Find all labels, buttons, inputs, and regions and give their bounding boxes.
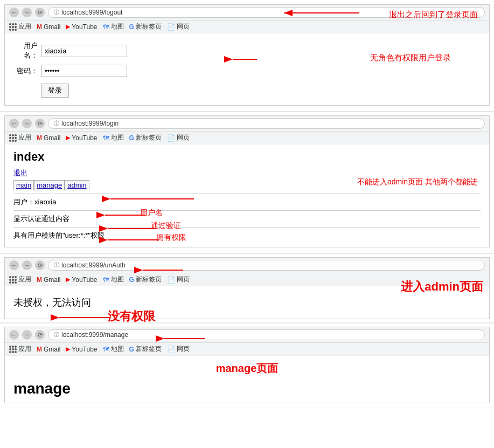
forward-button[interactable]: → (22, 8, 32, 17)
lock-icon-4: ⓘ (54, 331, 59, 339)
index-title: index (13, 150, 481, 164)
nav-manage-link[interactable]: manage (34, 180, 65, 190)
web-label-2: 网页 (177, 133, 190, 142)
google-label-3: 新标签页 (136, 275, 162, 284)
gmail-bookmark-2[interactable]: M Gmail (37, 134, 60, 142)
apps-bookmark-3[interactable]: 应用 (9, 275, 31, 284)
username-annotation: 用户名 (140, 208, 163, 218)
refresh-button-2[interactable]: ⟳ (35, 119, 45, 128)
folder-icon-4: 📄 (167, 346, 175, 353)
auth-label-row: 显示认证通过内容 (13, 214, 481, 224)
divider-1 (13, 194, 481, 194)
bookmarks-bar-4: 应用 M Gmail ▶ YouTube 🗺 地图 G 新标签页 (5, 343, 489, 356)
address-field-2[interactable]: ⓘ localhost:9999/login (48, 118, 485, 129)
admin-annotation: 进入admin页面 (401, 279, 483, 295)
user-info-row: 用户：xiaoxia (13, 197, 481, 207)
web-label-3: 网页 (177, 275, 190, 284)
youtube-bookmark-2[interactable]: ▶ YouTube (66, 134, 97, 142)
apps-bookmark[interactable]: 应用 (9, 22, 31, 31)
url-1: localhost:9999/logout (61, 9, 122, 16)
web-bookmark-2[interactable]: 📄 网页 (167, 133, 190, 142)
back-button-3[interactable]: ← (9, 260, 19, 270)
manage-title: manage (13, 380, 481, 397)
google-bookmark[interactable]: G 新标签页 (129, 22, 162, 31)
maps-icon-2: 🗺 (103, 134, 109, 142)
web-bookmark[interactable]: 📄 网页 (167, 22, 190, 31)
logout-link[interactable]: 退出 (13, 169, 27, 177)
nav-admin-link[interactable]: admin (65, 180, 89, 190)
back-button[interactable]: ← (9, 8, 19, 17)
google-label: 新标签页 (136, 22, 162, 31)
address-field-3[interactable]: ⓘ localhost:9999/unAuth (48, 260, 485, 271)
apps-label-3: 应用 (18, 275, 31, 284)
apps-label-2: 应用 (18, 133, 31, 142)
apps-bookmark-4[interactable]: 应用 (9, 344, 31, 354)
back-button-4[interactable]: ← (9, 330, 19, 340)
google-label-4: 新标签页 (136, 344, 162, 354)
username-label: 用户名： (13, 41, 38, 60)
manage-note: manage页面 (13, 361, 481, 376)
apps-icon-2 (9, 134, 17, 142)
folder-icon-2: 📄 (167, 134, 175, 142)
gmail-label-2: Gmail (44, 134, 60, 142)
folder-icon-3: 📄 (167, 276, 175, 284)
refresh-button[interactable]: ⟳ (35, 8, 45, 17)
username-input[interactable] (41, 45, 127, 57)
no-role-annotation: 无角色有权限用户登录 (370, 53, 451, 63)
youtube-bookmark[interactable]: ▶ YouTube (66, 23, 97, 31)
lock-icon-1: ⓘ (54, 9, 59, 16)
apps-label: 应用 (18, 22, 31, 31)
youtube-bookmark-4[interactable]: ▶ YouTube (66, 346, 97, 353)
forward-button-3[interactable]: → (22, 260, 32, 270)
user-label: 用户：xiaoxia (13, 198, 56, 206)
youtube-label-3: YouTube (72, 276, 97, 284)
nav-main-link[interactable]: main (13, 180, 34, 190)
youtube-label: YouTube (72, 23, 97, 31)
maps-bookmark-2[interactable]: 🗺 地图 (103, 133, 124, 142)
bookmarks-bar-1: 应用 M Gmail ▶ YouTube 🗺 地图 G 新标签页 (5, 20, 489, 33)
back-button-2[interactable]: ← (9, 119, 19, 128)
password-label: 密码： (13, 66, 38, 76)
refresh-button-3[interactable]: ⟳ (35, 260, 45, 270)
google-icon-4: G (129, 346, 134, 353)
no-permission-annotation: 没有权限 (108, 308, 155, 325)
google-icon: G (129, 23, 134, 31)
gmail-bookmark-3[interactable]: M Gmail (37, 276, 60, 284)
forward-button-4[interactable]: → (22, 330, 32, 340)
maps-bookmark[interactable]: 🗺 地图 (103, 22, 124, 31)
web-label: 网页 (177, 22, 190, 31)
address-field-4[interactable]: ⓘ localhost:9999/manage (48, 329, 485, 340)
divider-2 (13, 210, 481, 211)
forward-button-2[interactable]: → (22, 119, 32, 128)
apps-icon (9, 23, 17, 31)
url-2: localhost:9999/login (61, 120, 119, 127)
web-bookmark-4[interactable]: 📄 网页 (167, 344, 190, 354)
auth-label: 显示认证通过内容 (13, 215, 69, 223)
permission-label-row: 具有用户模块的"user:*:*"权限 (13, 231, 481, 240)
maps-bookmark-3[interactable]: 🗺 地图 (103, 275, 124, 284)
gmail-icon-2: M (37, 134, 42, 142)
google-bookmark-4[interactable]: G 新标签页 (129, 344, 162, 354)
permission-label: 具有用户模块的"user:*:*"权限 (13, 231, 105, 239)
youtube-label-4: YouTube (72, 346, 97, 353)
youtube-bookmark-3[interactable]: ▶ YouTube (66, 276, 97, 284)
lock-icon-3: ⓘ (54, 261, 59, 269)
login-button[interactable]: 登录 (41, 84, 69, 98)
web-bookmark-3[interactable]: 📄 网页 (167, 275, 190, 284)
maps-label-2: 地图 (111, 133, 124, 142)
google-bookmark-2[interactable]: G 新标签页 (129, 133, 162, 142)
maps-label-4: 地图 (111, 344, 124, 354)
maps-bookmark-4[interactable]: 🗺 地图 (103, 344, 124, 354)
web-label-4: 网页 (177, 344, 190, 354)
folder-icon: 📄 (167, 23, 175, 31)
gmail-bookmark[interactable]: M Gmail (37, 23, 60, 31)
password-input[interactable] (41, 65, 127, 77)
bookmarks-bar-2: 应用 M Gmail ▶ YouTube 🗺 地图 G 新标签页 (5, 132, 489, 144)
gmail-bookmark-4[interactable]: M Gmail (37, 346, 60, 353)
apps-bookmark-2[interactable]: 应用 (9, 133, 31, 142)
google-icon-3: G (129, 276, 134, 284)
lock-icon-2: ⓘ (54, 120, 59, 127)
refresh-button-4[interactable]: ⟳ (35, 330, 45, 340)
unauth-text: 未授权，无法访问 (13, 296, 481, 309)
google-bookmark-3[interactable]: G 新标签页 (129, 275, 162, 284)
